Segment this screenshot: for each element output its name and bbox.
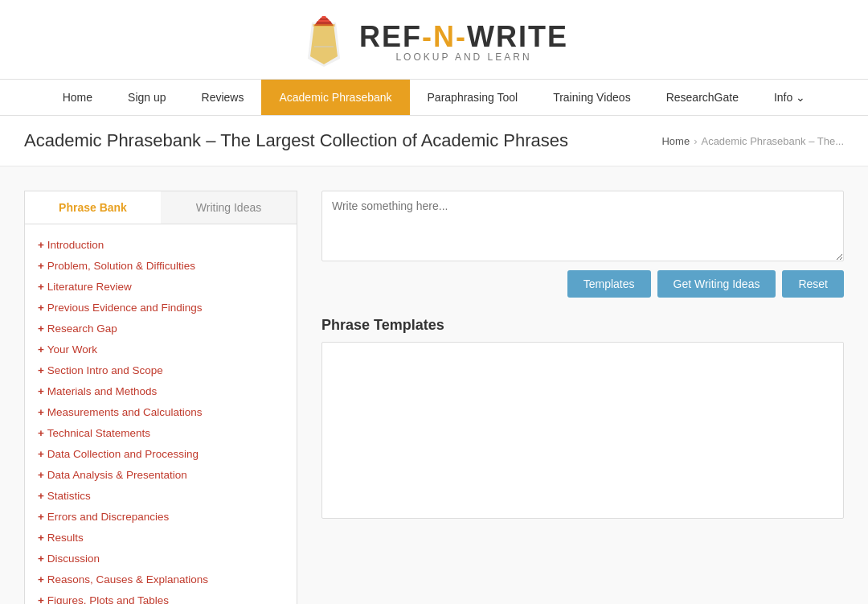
list-item[interactable]: Literature Review: [38, 276, 284, 297]
list-item[interactable]: Data Analysis & Presentation: [38, 464, 284, 485]
list-item[interactable]: Technical Statements: [38, 422, 284, 443]
reset-button[interactable]: Reset: [782, 270, 844, 298]
svg-rect-6: [313, 24, 335, 27]
nav-item-training[interactable]: Training Videos: [535, 80, 649, 115]
chevron-down-icon: ⌄: [796, 91, 805, 104]
write-textarea[interactable]: [321, 191, 844, 261]
breadcrumb: Home › Academic Phrasebank – The...: [661, 135, 844, 147]
main-nav: Home Sign up Reviews Academic Phrasebank…: [0, 79, 868, 116]
list-item[interactable]: Measurements and Calculations: [38, 401, 284, 422]
list-item[interactable]: Problem, Solution & Difficulties: [38, 255, 284, 276]
list-item[interactable]: Discussion: [38, 548, 284, 569]
list-item[interactable]: Reasons, Causes & Explanations: [38, 569, 284, 590]
list-item[interactable]: Section Intro and Scope: [38, 360, 284, 380]
phrase-list: IntroductionProblem, Solution & Difficul…: [24, 224, 297, 604]
nav-item-home[interactable]: Home: [45, 80, 110, 115]
nav-item-phrasebank[interactable]: Academic Phrasebank: [261, 80, 409, 115]
list-item[interactable]: Figures, Plots and Tables: [38, 590, 284, 604]
nav-item-info[interactable]: Info ⌄: [756, 80, 823, 115]
list-item[interactable]: Introduction: [38, 234, 284, 255]
right-panel: Templates Get Writing Ideas Reset Phrase…: [321, 191, 844, 604]
list-item[interactable]: Data Collection and Processing: [38, 443, 284, 464]
tab-bar: Phrase Bank Writing Ideas: [24, 191, 297, 224]
breadcrumb-current: Academic Phrasebank – The...: [701, 135, 844, 147]
logo-bar: REF-N-WRITE LOOKUP AND LEARN: [0, 0, 868, 79]
list-item[interactable]: Your Work: [38, 339, 284, 360]
phrase-templates-label: Phrase Templates: [321, 317, 844, 334]
tab-writing-ideas[interactable]: Writing Ideas: [161, 191, 297, 224]
list-item[interactable]: Statistics: [38, 485, 284, 506]
svg-marker-5: [321, 16, 327, 18]
phrase-link-list: IntroductionProblem, Solution & Difficul…: [38, 234, 284, 604]
nav-item-paraphrasing[interactable]: Paraphrasing Tool: [410, 80, 536, 115]
main-content: Phrase Bank Writing Ideas IntroductionPr…: [0, 166, 868, 604]
list-item[interactable]: Results: [38, 527, 284, 548]
logo-icon: [300, 14, 348, 69]
logo-name: REF-N-WRITE: [359, 21, 568, 53]
logo-tagline: LOOKUP AND LEARN: [359, 52, 568, 63]
svg-marker-1: [310, 24, 338, 64]
page-header: Academic Phrasebank – The Largest Collec…: [0, 116, 868, 166]
list-item[interactable]: Research Gap: [38, 318, 284, 339]
page-title: Academic Phrasebank – The Largest Collec…: [24, 130, 568, 151]
list-item[interactable]: Previous Evidence and Findings: [38, 297, 284, 318]
breadcrumb-home-link[interactable]: Home: [661, 135, 690, 147]
nav-item-signup[interactable]: Sign up: [110, 80, 183, 115]
phrase-templates-box: [321, 342, 844, 519]
logo-text: REF-N-WRITE LOOKUP AND LEARN: [359, 21, 568, 64]
nav-item-reviews[interactable]: Reviews: [184, 80, 262, 115]
templates-button[interactable]: Templates: [567, 270, 651, 298]
nav-item-researchgate[interactable]: ResearchGate: [649, 80, 756, 115]
list-item[interactable]: Errors and Discrepancies: [38, 506, 284, 527]
list-item[interactable]: Materials and Methods: [38, 380, 284, 401]
breadcrumb-separator: ›: [694, 135, 697, 147]
action-buttons: Templates Get Writing Ideas Reset: [321, 270, 844, 298]
get-writing-ideas-button[interactable]: Get Writing Ideas: [657, 270, 776, 298]
tab-phrase-bank[interactable]: Phrase Bank: [25, 191, 161, 224]
sidebar: Phrase Bank Writing Ideas IntroductionPr…: [24, 191, 297, 604]
